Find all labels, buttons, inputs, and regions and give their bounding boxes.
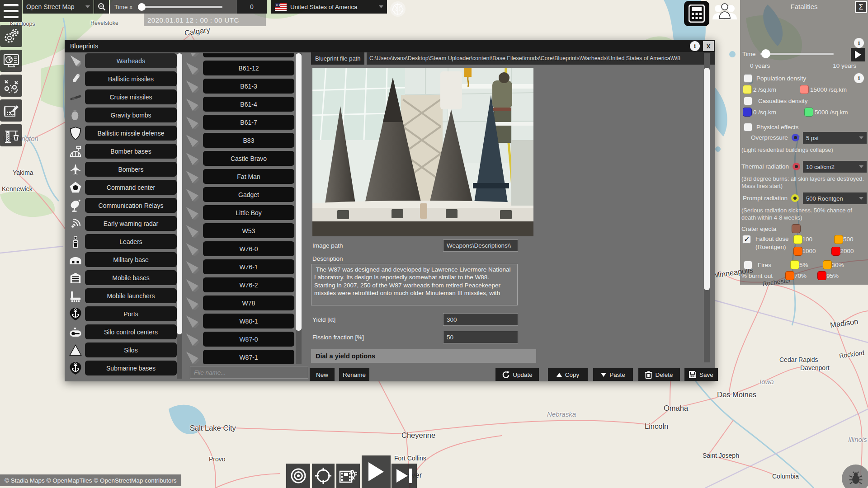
fallout-dose-checkbox[interactable]	[742, 235, 751, 244]
copy-button[interactable]: Copy	[548, 368, 588, 381]
target-marker-button[interactable]	[286, 464, 310, 488]
physical-effects-checkbox[interactable]	[744, 123, 752, 131]
scrollbar-thumb[interactable]	[296, 53, 302, 331]
blueprint-item-button[interactable]: Gadget	[203, 187, 294, 202]
population-info-button[interactable]: i	[854, 73, 864, 83]
image-path-input[interactable]: Weapons\Descriptions\\	[443, 239, 518, 252]
designer-button[interactable]	[0, 99, 22, 122]
blueprint-item-button[interactable]: W87-0	[203, 332, 294, 347]
fatalities-time-thumb[interactable]	[761, 49, 770, 58]
new-button[interactable]: New	[310, 368, 335, 381]
category-button[interactable]: Ballistic missiles	[85, 71, 177, 86]
category-button[interactable]: Mobile bases	[85, 270, 177, 285]
blueprint-item-button[interactable]: W76-1	[203, 259, 294, 274]
blueprint-item-button[interactable]: Fat Man	[203, 169, 294, 184]
blueprint-item-button[interactable]: W76-2	[203, 277, 294, 292]
category-button[interactable]: Mobile launchers	[85, 288, 177, 303]
blueprint-item-button[interactable]: W87-1	[203, 350, 294, 364]
category-button[interactable]: Gravity bombs	[85, 108, 177, 122]
scrollbar-thumb[interactable]	[177, 53, 182, 334]
blueprints-dialog-titlebar[interactable]: Blueprints	[65, 40, 715, 52]
search-button[interactable]	[94, 0, 109, 14]
description-textarea[interactable]: The W87 was designed and developed by La…	[311, 264, 518, 305]
fires-checkbox[interactable]	[744, 261, 752, 269]
crosshair-button[interactable]	[312, 464, 335, 488]
thermal-dropdown[interactable]: 10 cal/cm2	[803, 161, 867, 173]
delete-button[interactable]: Delete	[638, 368, 680, 381]
item-scrollbar[interactable]	[296, 53, 302, 364]
population-density-checkbox[interactable]	[744, 74, 752, 83]
overpressure-dropdown[interactable]: 5 psi	[803, 132, 867, 144]
category-button[interactable]: Bombers	[85, 162, 177, 177]
update-button[interactable]: Update	[495, 368, 539, 381]
blueprint-item-button[interactable]: B83	[203, 133, 294, 148]
menu-button[interactable]	[0, 0, 22, 22]
category-button[interactable]: Submarine bases	[85, 361, 177, 375]
category-button[interactable]: Ballistic missile defense	[85, 126, 177, 141]
blueprint-item-row: B61-7	[182, 115, 294, 130]
category-button[interactable]: Cruise missiles	[85, 89, 177, 104]
blueprint-item-button[interactable]: W76-0	[203, 241, 294, 256]
category-button[interactable]: Military base	[85, 252, 177, 267]
category-button[interactable]: Silos	[85, 343, 177, 357]
record-video-button[interactable]	[336, 464, 360, 488]
skip-forward-button[interactable]	[392, 464, 417, 488]
blueprint-item-button[interactable]: W80-1	[203, 314, 294, 328]
dial-a-yield-header[interactable]: Dial a yield options	[311, 349, 536, 363]
category-button[interactable]: Warheads	[85, 53, 177, 68]
category-button[interactable]: Bomber bases	[85, 144, 177, 159]
blueprint-item-row: B61-3	[182, 79, 294, 94]
category-button[interactable]: Ports	[85, 306, 177, 321]
panel-scrollbar[interactable]	[704, 53, 710, 362]
bug-report-button[interactable]	[842, 465, 868, 488]
file-name-input[interactable]	[190, 366, 308, 379]
casualties-density-checkbox[interactable]	[744, 97, 752, 105]
blueprint-item-button[interactable]: Little Boy	[203, 205, 294, 220]
category-label: Silo control centers	[104, 328, 158, 336]
blueprint-item-button[interactable]: B61-11	[203, 53, 294, 57]
dialog-close-button[interactable]: X	[703, 41, 714, 51]
prompt-dropdown[interactable]: 500 Roentgen	[803, 192, 867, 204]
category-button[interactable]: Communication Relays	[85, 198, 177, 213]
warhead-cone-icon	[182, 205, 203, 221]
time-info-button[interactable]: i	[854, 38, 864, 48]
yield-input[interactable]: 300	[443, 313, 518, 326]
category-button[interactable]: Command center	[85, 180, 177, 195]
blueprint-item-button[interactable]: W78	[203, 296, 294, 310]
save-button[interactable]: Save	[684, 368, 718, 381]
yield-label: Yield [kt]	[312, 316, 335, 323]
blueprint-item-button[interactable]: B61-12	[203, 61, 294, 75]
file-path-value[interactable]: C:\Users\ivans\Desktop\Steam Uploader\co…	[367, 52, 715, 65]
population-button[interactable]	[711, 0, 739, 26]
paste-button[interactable]: Paste	[593, 368, 633, 381]
rename-button[interactable]: Rename	[339, 368, 369, 381]
category-button[interactable]: Silo control centers	[85, 324, 177, 339]
blueprint-item-button[interactable]: W53	[203, 223, 294, 238]
strategy-button[interactable]	[0, 75, 22, 97]
fatalities-play-button[interactable]	[851, 48, 865, 61]
time-speed-slider-thumb[interactable]	[138, 3, 146, 11]
blueprint-item-button[interactable]: B61-4	[203, 97, 294, 112]
category-button[interactable]: Leaders	[85, 234, 177, 249]
time-speed-slider[interactable]	[139, 6, 222, 8]
settings-button[interactable]	[0, 25, 22, 47]
blueprint-item-button[interactable]: B61-3	[203, 79, 294, 94]
sum-button[interactable]: Σ	[855, 1, 867, 13]
play-button[interactable]	[362, 455, 391, 488]
category-button[interactable]: Early warning radar	[85, 216, 177, 231]
construction-button[interactable]	[0, 124, 22, 146]
scrollbar-thumb[interactable]	[704, 68, 710, 290]
warhead-cone-icon	[182, 259, 203, 275]
ai-brain-button[interactable]	[389, 0, 406, 18]
dialog-info-button[interactable]: i	[690, 41, 700, 51]
fission-fraction-input[interactable]: 50	[443, 331, 518, 343]
statistics-button[interactable]	[0, 50, 22, 72]
blueprint-item-button[interactable]: B61-7	[203, 115, 294, 130]
fires-5-swatch	[790, 260, 799, 269]
calculator-button[interactable]	[684, 1, 709, 26]
category-scrollbar[interactable]	[177, 53, 182, 379]
country-dropdown[interactable]: United States of America	[271, 0, 387, 14]
blueprint-item-button[interactable]: Castle Bravo	[203, 151, 294, 166]
fatalities-time-slider[interactable]	[760, 53, 834, 55]
map-style-dropdown[interactable]: Open Street Map	[23, 0, 94, 14]
